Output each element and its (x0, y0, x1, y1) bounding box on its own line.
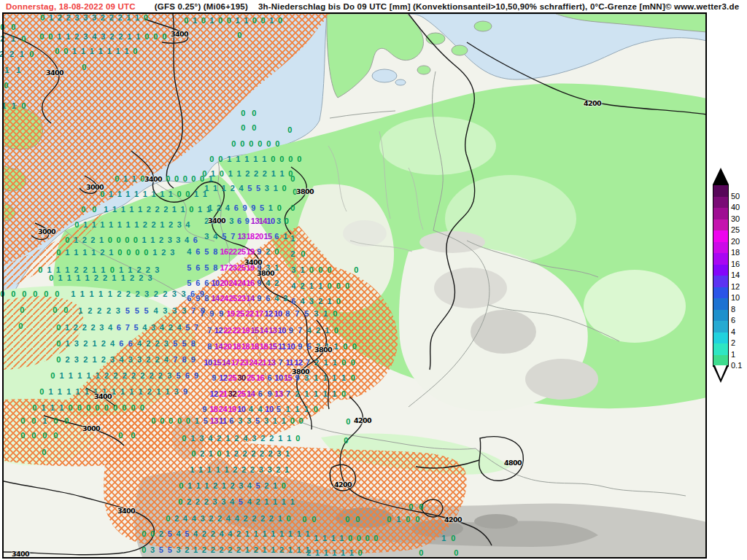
legend-cell (713, 355, 728, 367)
legend-label: 18 (731, 249, 740, 257)
legend-label: 16 (731, 260, 740, 268)
legend-label: 6 (731, 316, 735, 324)
legend-label: 50 (731, 192, 740, 201)
legend-label: 8 (731, 306, 735, 314)
legend-label: 40 (731, 203, 740, 211)
map-frame (2, 12, 707, 559)
legend-label: 1 (731, 351, 735, 359)
legend-cell (713, 321, 728, 332)
weather-map-page: Donnerstag, 18-08-2022 09 UTC (GFS 0.25°… (0, 0, 747, 560)
legend-label: 2 (731, 339, 735, 347)
legend-cell (713, 276, 728, 287)
legend-cell (713, 185, 728, 197)
precip-legend: 50403025201816141210864210.1 (711, 168, 746, 394)
legend-cell (713, 265, 728, 276)
legend-cell (713, 242, 728, 254)
legend-cell (713, 230, 728, 242)
legend-cell (713, 219, 728, 231)
legend-cell (713, 287, 728, 299)
legend-cell (713, 310, 728, 322)
legend-cell (713, 197, 728, 209)
legend-cell (713, 343, 728, 355)
legend-label: 25 (731, 226, 740, 234)
legend-cell (713, 298, 728, 310)
legend-cell (713, 332, 728, 344)
legend-label: 20 (731, 238, 740, 246)
legend-color-scale (713, 184, 729, 367)
legend-cell (713, 253, 728, 265)
legend-label: 4 (731, 328, 735, 336)
legend-cell (713, 208, 728, 219)
legend-arrow-top-icon (713, 168, 729, 184)
legend-label: 14 (731, 271, 740, 279)
legend-label: 30 (731, 215, 740, 223)
legend-label: 12 (731, 283, 740, 291)
legend-label: 10 (731, 294, 740, 302)
legend-label: 0.1 (731, 362, 742, 370)
